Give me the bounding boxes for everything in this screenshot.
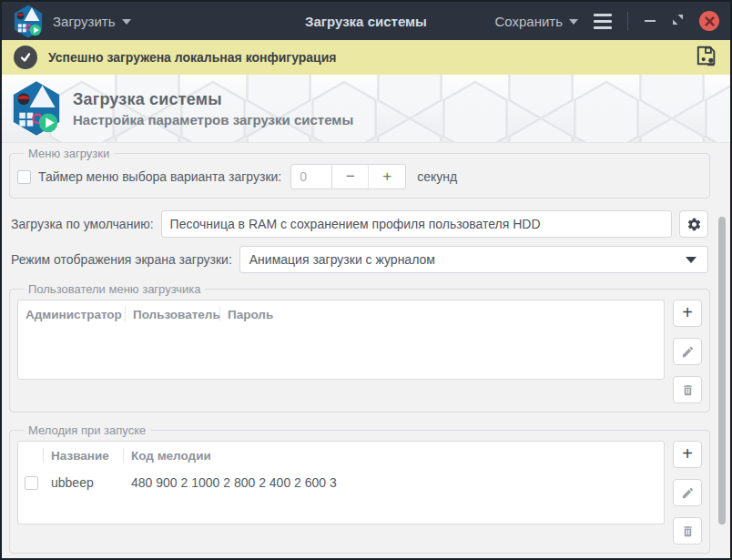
timer-checkbox[interactable]	[17, 170, 31, 184]
melody-add-button[interactable]: +	[673, 441, 702, 468]
timer-value-input[interactable]: 0	[290, 164, 332, 189]
load-menu-label: Загрузить	[53, 14, 116, 29]
load-menu-button[interactable]: Загрузить	[53, 14, 131, 29]
users-delete-button[interactable]	[673, 376, 702, 403]
boot-users-legend: Пользователи меню загрузчика	[24, 282, 205, 296]
app-logo-large-icon	[11, 80, 62, 137]
melody-col-code[interactable]: Код мелодии	[124, 448, 664, 463]
users-col-admin[interactable]: Администратор	[18, 307, 126, 321]
trash-icon	[681, 524, 695, 538]
app-window: Загрузить Загрузка системы Сохранить	[0, 0, 732, 560]
timer-decrement-button[interactable]: −	[332, 165, 369, 188]
save-menu-button[interactable]: Сохранить	[494, 14, 578, 29]
melody-edit-button[interactable]	[673, 479, 702, 506]
users-col-user[interactable]: Пользователь	[126, 307, 220, 321]
restore-button[interactable]	[672, 13, 684, 29]
close-icon	[705, 16, 715, 26]
gear-icon	[686, 217, 702, 232]
restore-icon	[672, 14, 684, 25]
users-edit-button[interactable]	[673, 338, 702, 365]
close-button[interactable]	[699, 11, 719, 31]
menu-icon[interactable]	[594, 14, 612, 29]
plus-icon: +	[682, 303, 693, 321]
melody-col-name[interactable]: Название	[44, 448, 124, 463]
floppy-user-icon	[693, 43, 718, 68]
melody-delete-button[interactable]	[673, 517, 702, 545]
users-add-button[interactable]: +	[673, 300, 702, 327]
startup-melody-legend: Мелодия при запуске	[24, 423, 150, 437]
content-area: Меню загрузки Таймер меню выбора вариант…	[2, 143, 730, 558]
display-mode-value: Анимация загрузки с журналом	[249, 252, 435, 267]
trash-icon	[681, 383, 695, 397]
melody-code-cell: 480 900 2 1000 2 800 2 400 2 600 3	[124, 475, 664, 490]
page-subtitle: Настройка параметров загрузки системы	[73, 112, 353, 127]
pencil-icon	[681, 486, 695, 500]
timer-increment-button[interactable]: +	[369, 165, 405, 188]
minimize-button[interactable]	[644, 20, 656, 22]
pencil-icon	[681, 345, 695, 359]
vertical-scrollbar[interactable]	[717, 146, 727, 555]
scrollbar-thumb[interactable]	[718, 217, 726, 524]
users-col-password[interactable]: Пароль	[220, 307, 664, 321]
boot-users-group: Пользователи меню загрузчика Администрат…	[9, 282, 710, 412]
chevron-down-icon	[122, 19, 131, 25]
display-mode-select[interactable]: Анимация загрузки с журналом	[239, 246, 708, 273]
melody-name-cell: ubbeep	[44, 475, 124, 490]
boot-menu-group: Меню загрузки Таймер меню выбора вариант…	[9, 147, 710, 199]
default-boot-label: Загрузка по умолчанию:	[11, 217, 154, 231]
timer-unit-label: секунд	[417, 169, 457, 184]
app-logo-icon	[13, 5, 44, 38]
notification-message: Успешно загружена локальная конфигурация	[48, 50, 337, 65]
page-title: Загрузка системы	[73, 90, 353, 109]
notification-bar: Успешно загружена локальная конфигурация	[2, 40, 730, 75]
titlebar-separator	[627, 12, 628, 30]
boot-menu-legend: Меню загрузки	[24, 147, 114, 160]
startup-melody-group: Мелодия при запуске Название Код мелодии…	[9, 423, 710, 554]
plus-icon: +	[682, 444, 693, 463]
melody-table[interactable]: Название Код мелодии ubbeep 480 900 2 10…	[17, 441, 665, 524]
default-boot-settings-button[interactable]	[679, 210, 708, 238]
minimize-icon	[645, 20, 656, 22]
display-mode-label: Режим отображения экрана загрузки:	[11, 252, 232, 267]
titlebar: Загрузить Загрузка системы Сохранить	[2, 2, 730, 40]
chevron-down-icon	[569, 19, 578, 25]
success-check-icon	[14, 46, 37, 69]
page-header: Загрузка системы Настройка параметров за…	[2, 75, 730, 143]
timer-label: Таймер меню выбора варианта загрузки:	[38, 169, 281, 184]
boot-users-table[interactable]: Администратор Пользователь Пароль	[17, 300, 665, 380]
combo-arrow-icon	[686, 257, 696, 263]
default-boot-input[interactable]: Песочница в RAM с сохранением профиля по…	[161, 210, 672, 238]
melody-row[interactable]: ubbeep 480 900 2 1000 2 800 2 400 2 600 …	[18, 469, 664, 496]
save-menu-label: Сохранить	[494, 14, 563, 29]
save-local-config-button[interactable]	[693, 43, 718, 72]
melody-row-checkbox[interactable]	[25, 476, 38, 490]
